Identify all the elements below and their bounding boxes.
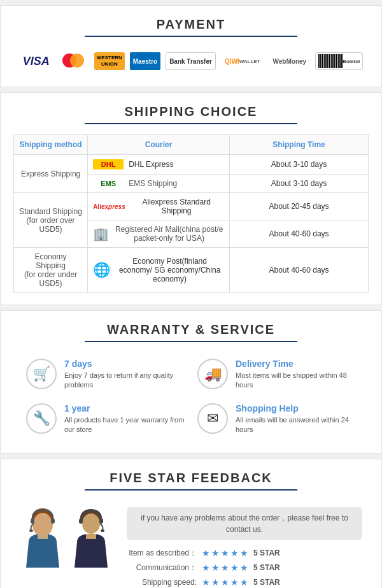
star-3: ★ [221, 548, 229, 558]
eco-time: About 40-60 days [230, 248, 369, 293]
svg-rect-2 [322, 54, 323, 68]
svg-rect-7 [331, 54, 332, 68]
warranty-highlight-delivery: Delivery Time [236, 359, 356, 369]
shipping-underline [85, 123, 298, 124]
svg-rect-11 [338, 54, 339, 68]
svg-point-17 [34, 513, 52, 532]
table-row: Economy Shipping(for order under USD5) 🌐… [14, 248, 369, 293]
payment-logos: VISA WESTERNUNION Maestro Bank Transfer … [13, 47, 369, 75]
warranty-item-warranty: 🔧 1 year All products have 1 year warran… [26, 403, 185, 435]
warranty-highlight-warranty: 1 year [64, 403, 185, 413]
mail-icon: ✉ [197, 403, 228, 434]
svg-rect-6 [329, 54, 330, 68]
ali-time: About 20-45 days [230, 193, 369, 220]
star-5: ★ [240, 577, 248, 587]
courier-dhl: DHL DHL Express [88, 155, 230, 175]
svg-rect-27 [86, 534, 96, 539]
courier-registered: 🏢 Registered Air Mail(china post/e packe… [88, 220, 230, 248]
avatar-1 [20, 507, 66, 570]
feedback-avatars [20, 507, 114, 570]
svg-rect-18 [31, 519, 34, 524]
table-row: Express Shipping DHL DHL Express About 3… [14, 155, 369, 175]
star-1: ★ [202, 548, 210, 558]
feedback-label-shipping: Shipping speed: [127, 578, 197, 587]
star-5: ★ [240, 548, 248, 558]
col-time: Shipping Time [230, 135, 369, 155]
svg-rect-3 [324, 54, 325, 68]
table-row: Standard Shipping(for order over USD5) A… [14, 193, 369, 220]
svg-rect-8 [332, 54, 334, 68]
warranty-underline [85, 341, 298, 342]
feedback-title: FIVE STAR FEEDBACK [13, 471, 369, 485]
dhl-name: DHL Express [129, 160, 173, 169]
maestro-logo: Maestro [130, 52, 160, 70]
stars-described: ★ ★ ★ ★ ★ [202, 548, 248, 558]
ali-logo: Aliexpress [93, 203, 124, 210]
star-2: ★ [211, 548, 220, 558]
warranty-item-delivery: 🚚 Delivery Time Most items will be shipp… [197, 359, 356, 391]
warranty-text-help: Shopping Help All emails will be answere… [236, 403, 356, 435]
payment-underline [85, 36, 298, 37]
boletol-logo: Boletol [315, 52, 363, 70]
registered-time: About 40-60 days [230, 220, 369, 248]
shipping-section: SHIPPING CHOICE Shipping method Courier … [0, 92, 382, 305]
method-economy: Economy Shipping(for order under USD5) [14, 248, 88, 293]
warranty-highlight-returns: 7 days [64, 359, 185, 369]
truck-icon: 🚚 [197, 359, 228, 389]
feedback-row-communication: Communication： ★ ★ ★ ★ ★ 5 STAR [127, 563, 362, 573]
star-3: ★ [221, 563, 229, 573]
warranty-section: WARRANTY & SERVICE 🛒 7 days Enjoy 7 days… [0, 310, 382, 454]
star-2: ★ [211, 563, 220, 573]
svg-rect-12 [339, 54, 341, 68]
svg-rect-10 [336, 54, 337, 68]
wrench-icon: 🔧 [26, 403, 57, 434]
stars-communication: ★ ★ ★ ★ ★ [202, 563, 248, 573]
method-standard: Standard Shipping(for order over USD5) [14, 193, 88, 248]
warranty-desc-warranty: All products have 1 year warranty from o… [64, 415, 185, 435]
avatar-male-svg [68, 507, 114, 568]
avatar-2 [68, 507, 114, 570]
dhl-logo: DHL [93, 159, 124, 169]
feedback-right: if you have any problems about the order… [127, 507, 362, 588]
svg-rect-21 [38, 534, 48, 539]
ali-name: Aliexpress Standard Shipping [129, 197, 224, 215]
star-1: ★ [202, 577, 210, 587]
registered-logo: 🏢 [93, 226, 109, 241]
svg-rect-4 [325, 54, 327, 68]
payment-title: PAYMENT [13, 17, 369, 32]
stars-shipping: ★ ★ ★ ★ ★ [202, 577, 248, 587]
svg-rect-9 [334, 54, 335, 68]
ems-name: EMS Shipping [129, 179, 177, 188]
eco-name: Economy Post(finland economy/ SG economy… [115, 257, 224, 283]
star-5: ★ [240, 563, 248, 573]
eco-logo: 🌐 [93, 262, 110, 278]
feedback-label-communication: Communication： [127, 563, 197, 573]
svg-point-20 [29, 529, 33, 532]
payment-section: PAYMENT VISA WESTERNUNION Maestro Bank T… [0, 5, 382, 87]
registered-name: Registered Air Mail(china post/e packet-… [114, 225, 224, 243]
svg-rect-5 [327, 54, 328, 68]
five-star-shipping: 5 STAR [253, 578, 280, 587]
courier-eco: 🌐 Economy Post(finland economy/ SG econo… [88, 248, 230, 293]
svg-rect-19 [51, 519, 55, 524]
svg-rect-0 [318, 54, 320, 68]
ems-logo: EMS [93, 180, 124, 187]
courier-ems: EMS EMS Shipping [88, 175, 230, 193]
bank-transfer-logo: Bank Transfer [166, 52, 216, 70]
courier-ali: Aliexpress Aliexpress Standard Shipping [88, 193, 230, 220]
method-express: Express Shipping [14, 155, 88, 193]
svg-rect-25 [99, 519, 103, 524]
warranty-text-returns: 7 days Enjoy 7 days to return if any qua… [64, 359, 185, 391]
avatar-female-svg [20, 507, 66, 568]
feedback-content: if you have any problems about the order… [13, 501, 369, 588]
cart-icon: 🛒 [26, 359, 57, 389]
shipping-table: Shipping method Courier Shipping Time Ex… [13, 134, 369, 293]
shipping-title: SHIPPING CHOICE [13, 104, 369, 119]
feedback-underline [85, 489, 298, 491]
star-1: ★ [202, 563, 210, 573]
feedback-section: FIVE STAR FEEDBACK [0, 459, 382, 588]
svg-point-26 [101, 529, 104, 532]
col-method: Shipping method [14, 135, 88, 155]
five-star-communication: 5 STAR [253, 563, 280, 572]
svg-point-23 [82, 513, 100, 534]
